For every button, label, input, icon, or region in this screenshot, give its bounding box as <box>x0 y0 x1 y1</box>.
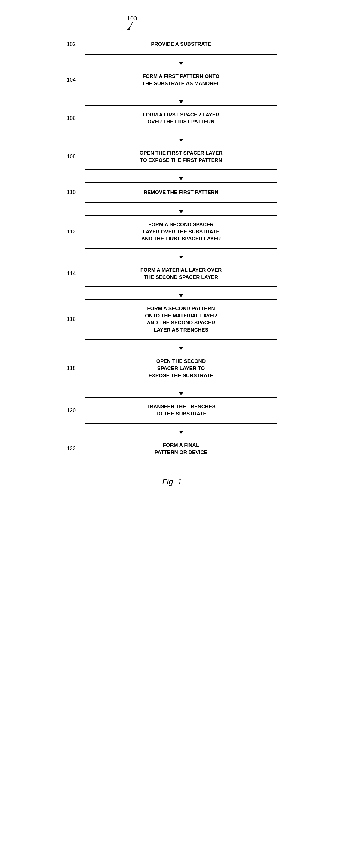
step-box-114: FORM A MATERIAL LAYER OVER THE SECOND SP… <box>85 260 277 287</box>
step-box-102: PROVIDE A SUBSTRATE <box>85 34 277 55</box>
step-row-122: 122 FORM A FINAL PATTERN OR DEVICE <box>67 436 277 462</box>
step-label-102: 102 <box>67 41 85 48</box>
arrow-5 <box>67 203 277 215</box>
step-label-108: 108 <box>67 153 85 160</box>
arrow-7 <box>67 287 277 299</box>
step-label-122: 122 <box>67 445 85 452</box>
step-row-106: 106 FORM A FIRST SPACER LAYER OVER THE F… <box>67 105 277 132</box>
step-label-112: 112 <box>67 229 85 235</box>
step-label-106: 106 <box>67 115 85 122</box>
step-box-104: FORM A FIRST PATTERN ONTO THE SUBSTRATE … <box>85 67 277 93</box>
step-box-112: FORM A SECOND SPACER LAYER OVER THE SUBS… <box>85 215 277 249</box>
step-row-120: 120 TRANSFER THE TRENCHES TO THE SUBSTRA… <box>67 397 277 424</box>
fig-label: Fig. 1 <box>162 477 182 487</box>
arrow-1 <box>67 55 277 67</box>
step-row-110: 110 REMOVE THE FIRST PATTERN <box>67 182 277 203</box>
arrow-8 <box>67 340 277 352</box>
step-label-110: 110 <box>67 189 85 195</box>
step-row-102: 102 PROVIDE A SUBSTRATE <box>67 34 277 55</box>
step-box-122: FORM A FINAL PATTERN OR DEVICE <box>85 436 277 462</box>
step-label-120: 120 <box>67 407 85 414</box>
step-label-114: 114 <box>67 271 85 277</box>
step-box-110: REMOVE THE FIRST PATTERN <box>85 182 277 203</box>
step-row-116: 116 FORM A SECOND PATTERN ONTO THE MATER… <box>67 299 277 340</box>
arrow-2 <box>67 93 277 105</box>
diagram-id-label: 100 <box>127 15 137 22</box>
step-box-118: OPEN THE SECOND SPACER LAYER TO EXPOSE T… <box>85 352 277 385</box>
step-box-108: OPEN THE FIRST SPACER LAYER TO EXPOSE TH… <box>85 144 277 170</box>
arrow-9 <box>67 385 277 397</box>
arrow-4 <box>67 170 277 182</box>
arrow-10 <box>67 424 277 436</box>
arrow-6 <box>67 249 277 260</box>
diagram-container: 100 102 PROVIDE A SUBSTRATE 104 FORM A F… <box>67 6 277 487</box>
step-label-118: 118 <box>67 365 85 372</box>
step-row-114: 114 FORM A MATERIAL LAYER OVER THE SECON… <box>67 260 277 287</box>
arrow-3 <box>67 131 277 144</box>
step-box-120: TRANSFER THE TRENCHES TO THE SUBSTRATE <box>85 397 277 424</box>
step-row-108: 108 OPEN THE FIRST SPACER LAYER TO EXPOS… <box>67 144 277 170</box>
step-row-118: 118 OPEN THE SECOND SPACER LAYER TO EXPO… <box>67 352 277 385</box>
step-box-106: FORM A FIRST SPACER LAYER OVER THE FIRST… <box>85 105 277 132</box>
step-label-116: 116 <box>67 316 85 322</box>
diagram-id-arrow <box>127 22 139 31</box>
step-row-104: 104 FORM A FIRST PATTERN ONTO THE SUBSTR… <box>67 67 277 93</box>
step-row-112: 112 FORM A SECOND SPACER LAYER OVER THE … <box>67 215 277 249</box>
step-label-104: 104 <box>67 77 85 83</box>
step-box-116: FORM A SECOND PATTERN ONTO THE MATERIAL … <box>85 299 277 340</box>
